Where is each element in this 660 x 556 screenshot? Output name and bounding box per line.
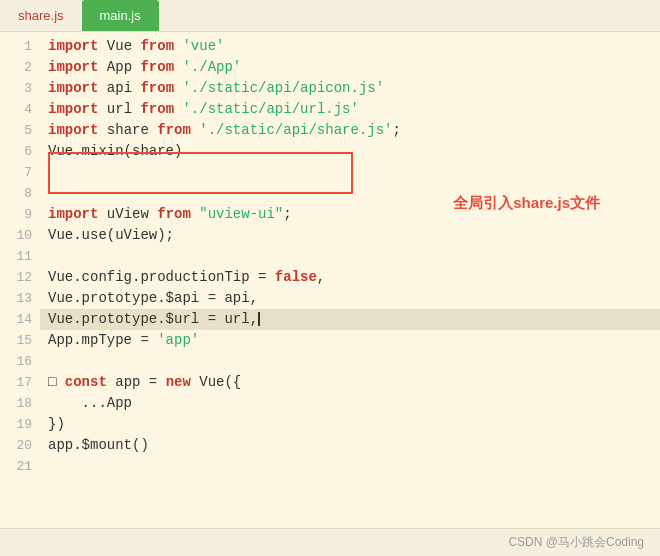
footer: CSDN @马小跳会Coding — [0, 528, 660, 556]
code-line: Vue.prototype.$api = api, — [40, 288, 660, 309]
code-line: Vue.use(uView); — [40, 225, 660, 246]
code-line: Vue.config.productionTip = false, — [40, 267, 660, 288]
annotation: 全局引入share.js文件 — [453, 194, 600, 213]
code-content: import Vue from 'vue'import App from './… — [40, 32, 660, 528]
code-line: ...App — [40, 393, 660, 414]
code-line — [40, 246, 660, 267]
code-line: import url from './static/api/url.js' — [40, 99, 660, 120]
code-line: □ const app = new Vue({ — [40, 372, 660, 393]
tab-main-js[interactable]: main.js — [82, 0, 159, 31]
editor-area: 123456789101112131415161718192021 import… — [0, 32, 660, 528]
code-line: import api from './static/api/apicon.js' — [40, 78, 660, 99]
code-line: app.$mount() — [40, 435, 660, 456]
code-line: }) — [40, 414, 660, 435]
code-line — [40, 351, 660, 372]
code-line: import App from './App' — [40, 57, 660, 78]
code-line: Vue.prototype.$url = url, — [40, 309, 660, 330]
code-line — [40, 456, 660, 477]
tab-share-js[interactable]: share.js — [0, 0, 82, 31]
code-line: import Vue from 'vue' — [40, 36, 660, 57]
line-numbers: 123456789101112131415161718192021 — [0, 32, 40, 528]
code-line: Vue.mixin(share) — [40, 141, 660, 162]
code-line: import share from './static/api/share.js… — [40, 120, 660, 141]
tab-bar: share.js main.js — [0, 0, 660, 32]
code-line — [40, 162, 660, 183]
code-line: App.mpType = 'app' — [40, 330, 660, 351]
